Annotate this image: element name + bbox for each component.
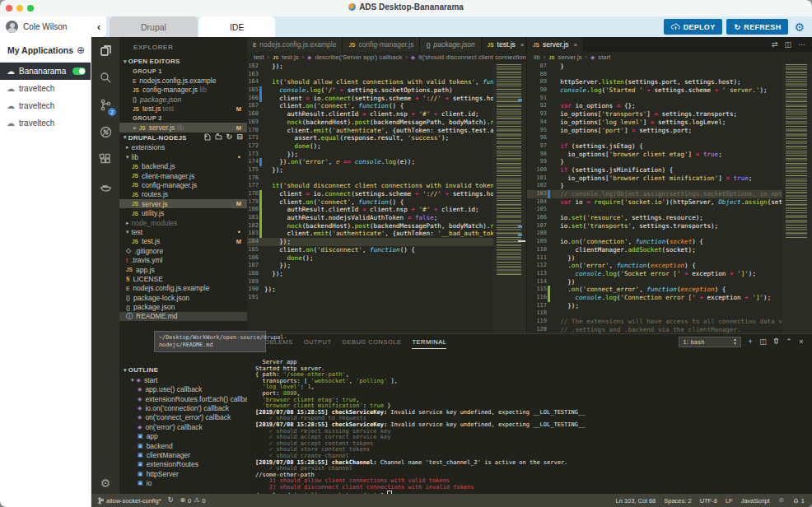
kill-terminal-icon[interactable]	[773, 337, 779, 346]
open-editor-item[interactable]: ×JSserver.js libM	[119, 123, 247, 132]
tree-item[interactable]: §LICENSE	[119, 274, 247, 283]
close-icon[interactable]: ×	[133, 124, 137, 132]
add-application-icon[interactable]: ⊕	[77, 44, 85, 56]
deploy-button[interactable]: DEPLOY	[664, 19, 723, 35]
code-editor-server-js[interactable]: 87 }8889 httpServer.listen(settings.port…	[527, 63, 812, 333]
outline-item[interactable]: ◈io.on('connection') callback	[119, 403, 247, 412]
tab-ide[interactable]: IDE	[198, 16, 276, 37]
manage-gear-icon[interactable]: ⚙	[91, 477, 119, 490]
extensions-activity-button[interactable]	[91, 146, 119, 173]
tree-item[interactable]: Enodejs.config.js.example	[119, 284, 247, 293]
source-control-activity-button[interactable]: 2	[91, 91, 119, 119]
tree-item[interactable]: ▾test•	[119, 227, 247, 236]
editor-tab[interactable]: JStest.js×	[482, 37, 527, 52]
outline-item[interactable]: ◈on('connect_error') callback	[119, 413, 247, 422]
outline-item[interactable]: ▣clientManager	[119, 450, 247, 459]
tree-item[interactable]: {}package-lock.json	[119, 293, 247, 302]
branch-item[interactable]: allow-socket-config*	[98, 497, 161, 505]
tree-item[interactable]: JSroutes.js	[119, 190, 247, 199]
open-editor-item[interactable]: {}package.json	[119, 95, 247, 104]
outline-section-header[interactable]: ▾ OUTLINE	[119, 365, 247, 375]
outline-item[interactable]: ▣backend	[119, 441, 247, 450]
open-editor-item[interactable]: Enodejs.config.js.example	[119, 76, 247, 85]
open-editor-item[interactable]: JStest.js testM	[119, 105, 247, 114]
outline-item[interactable]: ▾◈start	[119, 375, 247, 384]
tree-item[interactable]: !.travis.yml	[119, 255, 247, 264]
debug-activity-button[interactable]	[91, 119, 119, 146]
maximize-panel-icon[interactable]: ⌃	[786, 338, 792, 346]
editor-tab[interactable]: Enodejs.config.js.example	[247, 37, 343, 52]
refresh-explorer-icon[interactable]: ↻	[226, 133, 233, 141]
eol-sequence[interactable]: LF	[726, 497, 733, 505]
open-editors-header[interactable]: ▾ OPEN EDITORS	[119, 56, 247, 67]
enabled-toggle[interactable]	[72, 67, 86, 75]
search-activity-button[interactable]	[91, 64, 119, 91]
minimap-right[interactable]	[782, 63, 812, 333]
outline-item[interactable]: ▣extensionRoutes	[119, 460, 247, 469]
code-editor-test-js[interactable]: 162 });163164 it('should allow client co…	[247, 63, 526, 333]
tree-item[interactable]: JSbackend.js	[119, 162, 247, 171]
project-section-header[interactable]: ▾ DRUPAL-NODEJS ↻ ⊟	[119, 133, 247, 143]
breadcrumb-left[interactable]: test›JStest.js›◈describe('Server app') c…	[247, 52, 526, 63]
open-editor-item[interactable]: JSconfig-manager.js lib	[119, 86, 247, 95]
docker-activity-button[interactable]	[91, 173, 119, 200]
collapse-sidebar-button[interactable]: ‹	[91, 16, 106, 37]
close-panel-icon[interactable]: ×	[799, 338, 804, 346]
outline-item[interactable]: ▣httpServer	[119, 469, 247, 478]
breadcrumb-right[interactable]: lib›JSserver.js›◈start	[527, 52, 812, 63]
tree-item[interactable]: ▸node_modules	[119, 218, 247, 227]
explorer-activity-button[interactable]	[91, 37, 119, 64]
outline-item[interactable]: ▣io	[119, 478, 247, 487]
tab-drupal[interactable]: Drupal	[110, 16, 198, 37]
settings-gear-button[interactable]: ⚙	[792, 21, 806, 33]
editor-tab[interactable]: {}package.json	[420, 37, 481, 52]
close-tab-icon[interactable]: ×	[574, 41, 578, 49]
panel-tab-debug-console[interactable]: DEBUG CONSOLE	[343, 334, 402, 349]
cursor-position[interactable]: Ln 103, Col 68	[615, 497, 656, 505]
tree-item[interactable]: ◇.gitignore	[119, 246, 247, 255]
outline-item[interactable]: ◈extensionRoutes.forEach() callback	[119, 394, 247, 403]
tree-item[interactable]: JSconfig-manager.js	[119, 180, 247, 189]
minimap-left[interactable]	[493, 63, 526, 333]
panel-tab-output[interactable]: OUTPUT	[304, 334, 332, 349]
outline-item[interactable]: ◈on('error') callback	[119, 422, 247, 431]
new-file-icon[interactable]	[204, 133, 211, 141]
new-terminal-icon[interactable]: +	[748, 338, 753, 346]
tree-item[interactable]: ⓘREADME.md	[119, 312, 247, 321]
indentation[interactable]: Spaces: 2	[664, 497, 691, 505]
split-editor-icon[interactable]: ◫	[784, 40, 791, 49]
outline-item[interactable]: ◈app.use() callback	[119, 385, 247, 394]
close-tab-icon[interactable]: ×	[520, 41, 525, 49]
editor-more-actions-icon[interactable]: ⋯	[798, 40, 805, 49]
application-item[interactable]: ☁traveltech	[0, 114, 91, 132]
refresh-button[interactable]: ↻ REFRESH	[726, 19, 788, 35]
editor-tab[interactable]: JSserver.js×	[527, 37, 584, 52]
editor-tab[interactable]: JSconfig-manager.js	[343, 37, 420, 52]
application-item[interactable]: ☁Bananarama	[0, 63, 91, 80]
tree-item[interactable]: JSclient-manager.js	[119, 171, 247, 180]
problems-item[interactable]: ⊗ 0 ⚠ 0	[180, 497, 205, 505]
notifications-item[interactable]: 1	[793, 497, 805, 505]
language-mode[interactable]: JavaScript	[741, 497, 770, 505]
collapse-folders-icon[interactable]: ⊟	[236, 133, 243, 141]
tree-item[interactable]: {}package.json	[119, 302, 247, 311]
application-item[interactable]: ☁traveltech	[0, 97, 91, 114]
terminal-shell-select[interactable]: 1: bash ▲▼	[679, 337, 741, 347]
sync-icon[interactable]: ↻	[168, 497, 174, 504]
tree-item[interactable]: JSapp.js	[119, 265, 247, 274]
tree-item[interactable]: JStest.jsM	[119, 237, 247, 246]
split-terminal-icon[interactable]: ◫	[759, 338, 767, 346]
tree-item[interactable]: JSutility.js	[119, 208, 247, 217]
tree-item[interactable]: ▾lib•	[119, 152, 247, 161]
panel-tab-terminal[interactable]: TERMINAL	[412, 334, 446, 349]
terminal-output[interactable]: Server appStarted http server.{ path: '/…	[255, 349, 810, 494]
new-folder-icon[interactable]	[215, 133, 222, 140]
tree-item[interactable]: ▸extensions	[119, 143, 247, 152]
application-item[interactable]: ☁traveltech	[0, 80, 91, 97]
encoding[interactable]: UTF-8	[700, 497, 717, 505]
toggle-layout-icon[interactable]: ⇄	[772, 40, 778, 49]
profile[interactable]: Cole Wilson	[0, 16, 91, 37]
outline-item[interactable]: ▣app	[119, 432, 247, 441]
tree-item[interactable]: JSserver.jsM	[119, 199, 247, 208]
feedback-smiley-icon[interactable]: ☺	[778, 497, 785, 504]
